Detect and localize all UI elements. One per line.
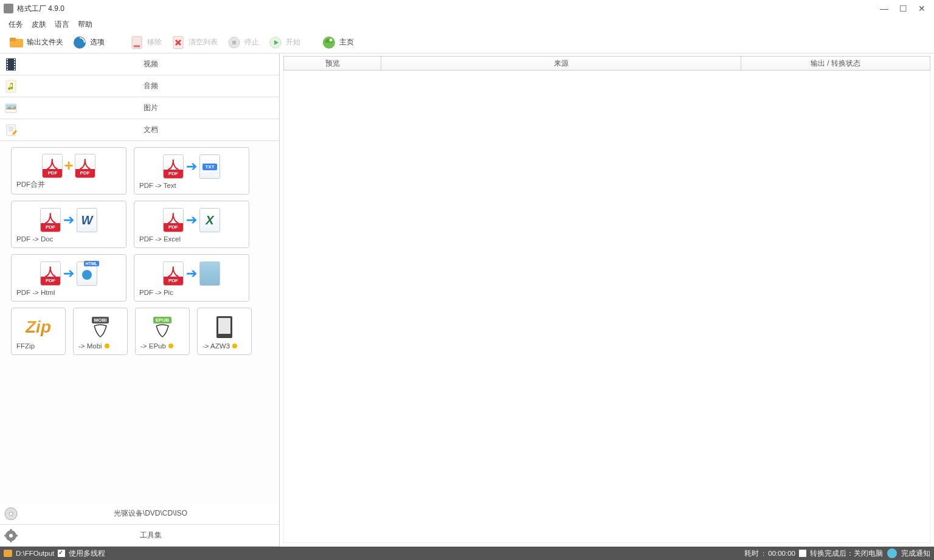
toolbar-start[interactable]: 开始 (265, 33, 303, 52)
tile-pdf-excel-label: PDF -> Excel (139, 234, 244, 243)
category-rom-label: 光驱设备\DVD\CD\ISO (22, 508, 279, 519)
menu-help[interactable]: 帮助 (78, 19, 92, 30)
svg-rect-9 (232, 41, 236, 44)
tile-pdf-merge-label: PDF合并 (16, 179, 121, 189)
svg-point-45 (887, 548, 897, 558)
tile-azw3-label: -> AZW3 (202, 342, 230, 350)
after-convert-checkbox[interactable] (799, 550, 806, 557)
task-list-area[interactable] (283, 71, 930, 543)
toolbar-options-label: 选项 (90, 37, 105, 47)
category-document-label: 文档 (22, 125, 279, 135)
document-icon (0, 119, 22, 141)
category-picture-label: 图片 (22, 103, 279, 113)
svg-rect-15 (7, 59, 8, 60)
window-title: 格式工厂 4.9.0 (17, 4, 64, 14)
tile-pdf-merge[interactable]: 人 + 人 PDF合并 (11, 147, 126, 195)
svg-rect-1 (10, 38, 16, 41)
toolbar-stop-label: 停止 (244, 37, 259, 47)
menu-language[interactable]: 语言 (55, 19, 69, 30)
tile-pdf-html[interactable]: 人 ➔ HTML PDF -> Html (11, 254, 126, 302)
column-source[interactable]: 来源 (381, 57, 741, 70)
toolbar-remove-label: 移除 (147, 37, 162, 47)
svg-rect-23 (14, 66, 15, 67)
tile-pdf-text[interactable]: 人 ➔ TXT PDF -> Text (134, 147, 249, 195)
remove-icon (129, 35, 145, 50)
dot-indicator-icon (168, 344, 173, 348)
folder-icon (9, 35, 24, 50)
svg-point-40 (9, 534, 13, 538)
clear-icon (170, 35, 186, 50)
disc-icon (0, 503, 22, 525)
menu-skin[interactable]: 皮肤 (32, 19, 46, 30)
gear-icon (0, 525, 22, 547)
elapsed-value: 00:00:00 (768, 550, 795, 557)
category-picture[interactable]: 图片 (0, 97, 279, 119)
toolbar-remove[interactable]: 移除 (126, 33, 164, 52)
options-icon (72, 35, 88, 50)
minimize-button[interactable]: — (880, 4, 888, 13)
dot-indicator-icon (105, 344, 109, 348)
svg-rect-36 (218, 318, 230, 334)
tile-pdf-excel[interactable]: 人 ➔ X PDF -> Excel (134, 201, 249, 248)
tile-ffzip-label: FFZip (16, 341, 60, 350)
toolbar-stop[interactable]: 停止 (224, 33, 261, 52)
tile-pdf-doc-label: PDF -> Doc (16, 234, 121, 243)
svg-point-34 (82, 270, 92, 280)
svg-rect-20 (14, 59, 15, 60)
multithread-checkbox[interactable] (58, 550, 65, 557)
svg-point-38 (9, 512, 13, 516)
svg-rect-25 (6, 80, 16, 92)
toolbar-clear-label: 清空列表 (189, 37, 218, 47)
toolbar-clear[interactable]: 清空列表 (168, 33, 220, 52)
toolbar-options[interactable]: 选项 (69, 33, 107, 52)
tile-pdf-html-label: PDF -> Html (16, 288, 121, 296)
category-tools[interactable]: 工具集 (0, 525, 279, 547)
tile-pdf-pic[interactable]: 人 ➔ PDF -> Pic (134, 254, 249, 302)
statusbar: D:\FFOutput 使用多线程 耗时 : 00:00:00 转换完成后：关闭… (0, 547, 934, 560)
toolbar: 输出文件夹 选项 移除 清空列表 停止 开始 主页 (0, 32, 934, 54)
film-icon (0, 54, 22, 75)
elapsed-label: 耗时 (744, 549, 759, 558)
svg-rect-22 (14, 64, 15, 65)
menu-task[interactable]: 任务 (9, 19, 23, 30)
output-folder-icon[interactable] (4, 550, 12, 557)
svg-rect-21 (14, 61, 15, 63)
after-convert-label: 转换完成后：关闭电脑 (810, 549, 883, 558)
right-panel: 预览 来源 输出 / 转换状态 (280, 54, 934, 547)
category-document[interactable]: 文档 (0, 119, 279, 141)
tile-azw3[interactable]: -> AZW3 (197, 308, 252, 355)
category-rom[interactable]: 光驱设备\DVD\CD\ISO (0, 503, 279, 525)
music-icon (0, 75, 22, 97)
stop-icon (226, 35, 242, 50)
app-icon (4, 4, 13, 13)
svg-rect-17 (7, 64, 8, 65)
tile-epub[interactable]: EPUB -> EPub (135, 308, 190, 355)
tile-mobi-label: -> Mobi (78, 342, 102, 350)
toolbar-home-label: 主页 (339, 37, 354, 47)
category-video[interactable]: 视频 (0, 54, 279, 75)
toolbar-output-folder[interactable]: 输出文件夹 (6, 33, 66, 52)
tile-mobi[interactable]: MOBI -> Mobi (73, 308, 128, 355)
maximize-button[interactable]: ☐ (899, 4, 907, 13)
tile-pdf-doc[interactable]: 人 ➔ W PDF -> Doc (11, 201, 126, 248)
svg-rect-18 (7, 66, 8, 67)
toolbar-home[interactable]: 主页 (319, 33, 356, 52)
svg-rect-24 (14, 69, 15, 70)
tile-ffzip[interactable]: Zip FFZip (11, 308, 66, 355)
column-status[interactable]: 输出 / 转换状态 (741, 57, 930, 70)
toolbar-start-label: 开始 (286, 37, 300, 47)
tile-epub-label: -> EPub (140, 342, 166, 350)
column-preview[interactable]: 预览 (284, 57, 381, 70)
svg-rect-19 (7, 69, 8, 70)
category-tools-label: 工具集 (22, 530, 279, 541)
close-button[interactable]: ✕ (918, 4, 925, 13)
category-audio-label: 音频 (22, 81, 279, 91)
category-audio[interactable]: 音频 (0, 75, 279, 97)
picture-icon (0, 97, 22, 119)
notify-icon[interactable] (887, 548, 898, 559)
tile-pdf-text-label: PDF -> Text (139, 181, 244, 189)
svg-rect-16 (7, 61, 8, 63)
tile-pdf-pic-label: PDF -> Pic (139, 288, 244, 296)
output-path[interactable]: D:\FFOutput (16, 550, 54, 557)
category-video-label: 视频 (22, 59, 279, 69)
